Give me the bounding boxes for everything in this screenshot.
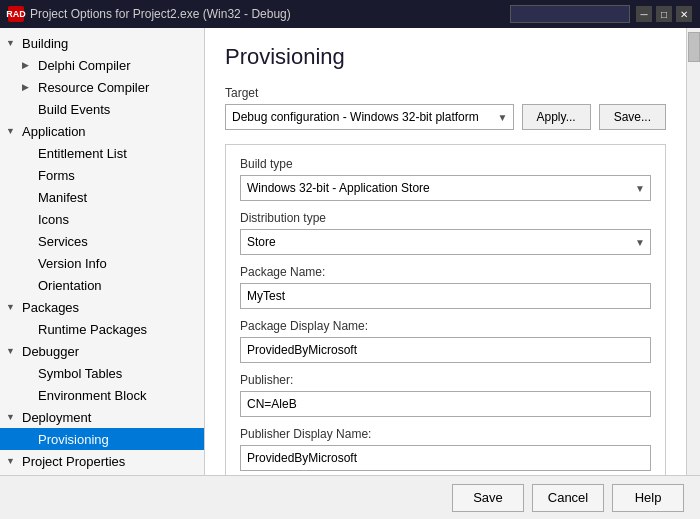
- sidebar-item-label: Deployment: [22, 410, 198, 425]
- sidebar-item-label: Entitlement List: [38, 146, 198, 161]
- build-type-dropdown[interactable]: Windows 32-bit - Application Store: [240, 175, 651, 201]
- sidebar-item-label: Delphi Compiler: [38, 58, 198, 73]
- sidebar-item-label: Provisioning: [38, 432, 198, 447]
- package-display-name-input[interactable]: [240, 337, 651, 363]
- sidebar-item-resource-compiler[interactable]: ▶Resource Compiler: [0, 76, 204, 98]
- sidebar-item-getit-dependencies[interactable]: GetIt Dependencies: [0, 472, 204, 475]
- sidebar-item-entitlement-list[interactable]: Entitlement List: [0, 142, 204, 164]
- chevron-icon: ▶: [22, 82, 38, 92]
- title-bar: RAD Project Options for Project2.exe (Wi…: [0, 0, 700, 28]
- sidebar-item-environment-block[interactable]: Environment Block: [0, 384, 204, 406]
- sidebar-item-label: Icons: [38, 212, 198, 227]
- minimize-button[interactable]: ─: [636, 6, 652, 22]
- scrollbar-thumb[interactable]: [688, 32, 700, 62]
- config-group: Build type Windows 32-bit - Application …: [225, 144, 666, 475]
- sidebar-item-debugger[interactable]: ▼Debugger: [0, 340, 204, 362]
- chevron-icon: ▼: [6, 346, 22, 356]
- sidebar-item-version-info[interactable]: Version Info: [0, 252, 204, 274]
- sidebar-item-label: Manifest: [38, 190, 198, 205]
- chevron-icon: ▶: [22, 60, 38, 70]
- distribution-type-dropdown-container[interactable]: Store ▼: [240, 229, 651, 255]
- sidebar: ▼Building▶Delphi Compiler▶Resource Compi…: [0, 28, 205, 475]
- publisher-input[interactable]: [240, 391, 651, 417]
- page-title: Provisioning: [225, 44, 666, 70]
- sidebar-item-orientation[interactable]: Orientation: [0, 274, 204, 296]
- sidebar-item-build-events[interactable]: Build Events: [0, 98, 204, 120]
- content-area: Provisioning Target Debug configuration …: [205, 28, 686, 475]
- distribution-type-dropdown[interactable]: Store: [240, 229, 651, 255]
- chevron-icon: ▼: [6, 302, 22, 312]
- sidebar-item-delphi-compiler[interactable]: ▶Delphi Compiler: [0, 54, 204, 76]
- sidebar-item-label: Debugger: [22, 344, 198, 359]
- chevron-icon: ▼: [6, 126, 22, 136]
- sidebar-item-project-properties[interactable]: ▼Project Properties: [0, 450, 204, 472]
- sidebar-item-application[interactable]: ▼Application: [0, 120, 204, 142]
- sidebar-item-label: Orientation: [38, 278, 198, 293]
- help-button[interactable]: Help: [612, 484, 684, 512]
- save-button[interactable]: Save: [452, 484, 524, 512]
- sidebar-item-forms[interactable]: Forms: [0, 164, 204, 186]
- sidebar-item-deployment[interactable]: ▼Deployment: [0, 406, 204, 428]
- target-row: Debug configuration - Windows 32-bit pla…: [225, 104, 666, 130]
- sidebar-item-label: Project Properties: [22, 454, 198, 469]
- window-controls: ─ □ ✕: [636, 6, 692, 22]
- maximize-button[interactable]: □: [656, 6, 672, 22]
- sidebar-item-building[interactable]: ▼Building: [0, 32, 204, 54]
- package-name-input[interactable]: [240, 283, 651, 309]
- sidebar-item-label: Build Events: [38, 102, 198, 117]
- app-logo: RAD: [8, 6, 24, 22]
- publisher-display-name-input[interactable]: [240, 445, 651, 471]
- sidebar-item-manifest[interactable]: Manifest: [0, 186, 204, 208]
- build-type-dropdown-container[interactable]: Windows 32-bit - Application Store ▼: [240, 175, 651, 201]
- target-dropdown[interactable]: Debug configuration - Windows 32-bit pla…: [225, 104, 514, 130]
- publisher-label: Publisher:: [240, 373, 651, 387]
- sidebar-item-label: Runtime Packages: [38, 322, 198, 337]
- sidebar-item-services[interactable]: Services: [0, 230, 204, 252]
- sidebar-item-label: Environment Block: [38, 388, 198, 403]
- chevron-icon: ▼: [6, 38, 22, 48]
- package-display-name-label: Package Display Name:: [240, 319, 651, 333]
- main-container: ▼Building▶Delphi Compiler▶Resource Compi…: [0, 28, 700, 475]
- save-config-button[interactable]: Save...: [599, 104, 666, 130]
- close-button[interactable]: ✕: [676, 6, 692, 22]
- title-search-input[interactable]: [510, 5, 630, 23]
- sidebar-item-packages[interactable]: ▼Packages: [0, 296, 204, 318]
- sidebar-item-symbol-tables[interactable]: Symbol Tables: [0, 362, 204, 384]
- apply-button[interactable]: Apply...: [522, 104, 591, 130]
- chevron-icon: ▼: [6, 412, 22, 422]
- sidebar-item-label: Forms: [38, 168, 198, 183]
- sidebar-item-label: Symbol Tables: [38, 366, 198, 381]
- window-title: Project Options for Project2.exe (Win32 …: [30, 7, 504, 21]
- package-name-label: Package Name:: [240, 265, 651, 279]
- sidebar-item-label: Packages: [22, 300, 198, 315]
- sidebar-item-icons[interactable]: Icons: [0, 208, 204, 230]
- scrollbar[interactable]: [686, 28, 700, 475]
- publisher-display-name-label: Publisher Display Name:: [240, 427, 651, 441]
- sidebar-item-label: Services: [38, 234, 198, 249]
- target-dropdown-container[interactable]: Debug configuration - Windows 32-bit pla…: [225, 104, 514, 130]
- bottom-bar: Save Cancel Help: [0, 475, 700, 519]
- cancel-button[interactable]: Cancel: [532, 484, 604, 512]
- build-type-label: Build type: [240, 157, 651, 171]
- chevron-icon: ▼: [6, 456, 22, 466]
- sidebar-item-label: Resource Compiler: [38, 80, 198, 95]
- sidebar-item-label: Version Info: [38, 256, 198, 271]
- target-label: Target: [225, 86, 666, 100]
- sidebar-item-provisioning[interactable]: Provisioning: [0, 428, 204, 450]
- sidebar-item-runtime-packages[interactable]: Runtime Packages: [0, 318, 204, 340]
- sidebar-item-label: Building: [22, 36, 198, 51]
- sidebar-item-label: Application: [22, 124, 198, 139]
- distribution-type-label: Distribution type: [240, 211, 651, 225]
